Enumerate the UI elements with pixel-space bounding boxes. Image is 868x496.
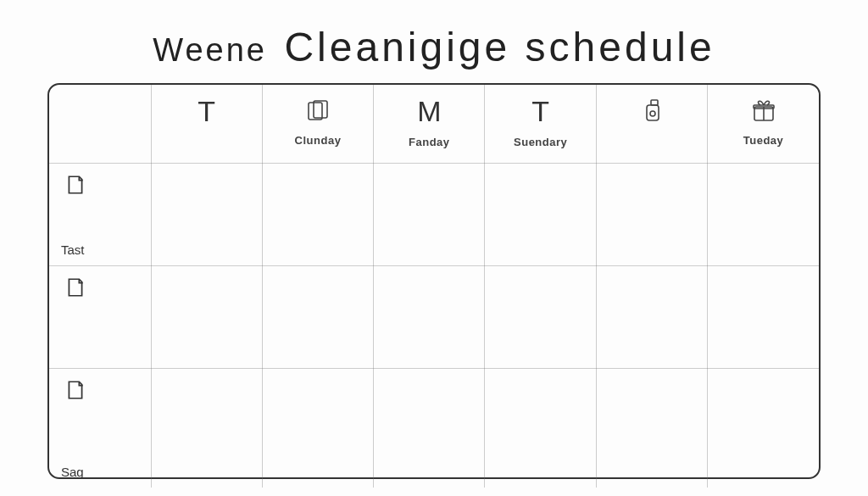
row-label: Tast — [61, 242, 85, 257]
svg-rect-2 — [647, 105, 659, 120]
task-row-2 — [49, 266, 819, 369]
header-col-1: T — [151, 85, 262, 164]
cell — [708, 164, 819, 266]
cell — [485, 164, 596, 266]
schedule-grid: T Clunday M Fanday T Suendary — [47, 83, 821, 479]
svg-rect-1 — [314, 101, 327, 118]
schedule-table: T Clunday M Fanday T Suendary — [49, 85, 819, 488]
day-sublabel: Fanday — [374, 136, 484, 148]
day-letter: T — [485, 97, 595, 125]
note-icon — [64, 379, 86, 404]
header-blank — [49, 85, 151, 164]
schedule-page: Weene Cleanigige schedule T Clunday — [0, 0, 868, 496]
cell — [262, 369, 373, 488]
day-sublabel: Suendary — [485, 136, 595, 148]
cell — [374, 266, 485, 369]
cell — [262, 164, 373, 266]
cell — [374, 369, 485, 488]
cell — [596, 266, 707, 369]
header-col-4: T Suendary — [485, 85, 596, 164]
svg-point-4 — [650, 111, 655, 116]
note-icon — [64, 174, 86, 199]
header-col-6: Tueday — [708, 85, 819, 164]
page-title: Weene Cleanigige schedule — [0, 0, 868, 79]
row-header-1: Tast — [49, 164, 151, 266]
svg-rect-0 — [309, 103, 322, 120]
day-letter: M — [374, 97, 484, 125]
bottle-icon — [597, 97, 707, 124]
svg-rect-3 — [651, 100, 658, 105]
row-header-2 — [49, 266, 151, 369]
header-col-2: Clunday — [262, 85, 373, 164]
cell — [596, 164, 707, 266]
title-prefix: Weene — [153, 32, 267, 68]
cell — [485, 266, 596, 369]
title-main: Cleanigige schedule — [284, 25, 715, 70]
day-sublabel: Tueday — [708, 134, 819, 147]
task-row-1: Tast — [49, 164, 819, 266]
header-row: T Clunday M Fanday T Suendary — [49, 85, 819, 164]
card-icon — [263, 97, 373, 124]
header-col-3: M Fanday — [374, 85, 485, 164]
cell — [151, 164, 262, 266]
task-row-3: Sag — [49, 369, 819, 488]
header-col-5 — [596, 85, 707, 164]
cell — [485, 369, 596, 488]
cell — [708, 266, 819, 369]
cell — [596, 369, 707, 488]
note-icon — [64, 276, 86, 302]
row-label: Sag — [61, 465, 84, 479]
cell — [708, 369, 819, 488]
gift-icon — [708, 97, 819, 124]
cell — [262, 266, 373, 369]
day-letter: T — [152, 97, 262, 125]
cell — [151, 266, 262, 369]
day-sublabel: Clunday — [263, 134, 373, 147]
cell — [151, 369, 262, 488]
cell — [374, 164, 485, 266]
row-header-3: Sag — [49, 369, 151, 488]
